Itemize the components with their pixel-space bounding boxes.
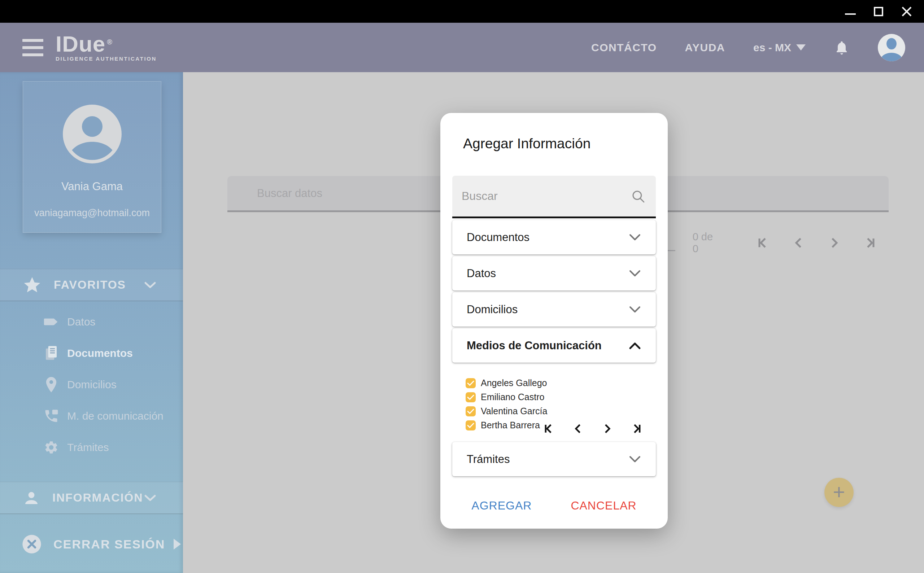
checkbox-checked-icon[interactable] [466,392,476,402]
window-close-button[interactable] [899,4,914,19]
contact-name: Valentina García [481,406,547,416]
documents-icon [43,345,59,361]
logo-subtitle: DILIGENCE AUTHENTICATION [56,56,157,62]
contact-name: Bertha Barrera [481,420,540,431]
contact-checklist: Angeles Gallego Emiliano Castro Valentin… [466,376,656,432]
chevron-down-icon [628,233,641,241]
profile-avatar-icon [62,104,122,164]
logo-title: IDue [56,31,105,56]
sidebar-item-domicilios[interactable]: Domicilios [0,369,183,400]
app-header: IDue® DILIGENCE AUTHENTICATION CONTÁCTO … [0,23,924,72]
accordion-documentos[interactable]: Documentos [452,220,656,254]
sidebar-item-label: Documentos [67,347,133,359]
chevron-down-icon [628,305,641,313]
sidebar-section-label: FAVORITOS [54,278,126,291]
location-pin-icon [43,376,59,393]
chevron-down-icon [143,281,157,290]
favorites-menu: Datos Documentos Domic [0,306,183,463]
avatar-person-icon [878,34,905,61]
minimize-icon [845,13,856,15]
accordion-tramites[interactable]: Trámites [452,442,656,476]
contact-name: Angeles Gallego [481,378,547,388]
sidebar-item-label: Datos [67,316,95,328]
contact-row[interactable]: Angeles Gallego [466,376,656,390]
close-icon [901,5,913,18]
window-minimize-button[interactable] [843,4,858,19]
sidebar-section-label: INFORMACIÓN [52,491,143,504]
hamburger-menu-button[interactable] [22,39,43,56]
sidebar-section-informacion[interactable]: INFORMACIÓN [0,482,183,514]
profile-name: Vania Gama [61,180,123,193]
next-page-button[interactable] [600,421,615,437]
chevron-down-icon [628,456,641,463]
gear-icon [43,440,59,455]
accordion-label: Documentos [467,231,529,244]
accordion-label: Datos [467,267,496,280]
next-page-button[interactable] [824,233,844,253]
sidebar-item-tramites[interactable]: Trámites [0,432,183,463]
star-icon [23,276,42,294]
user-avatar-button[interactable] [878,34,905,61]
sidebar-item-label: M. de comunicación [67,410,163,422]
dialog-title: Agregar Información [463,135,656,152]
last-page-button[interactable] [860,233,881,253]
agregar-button[interactable]: AGREGAR [465,496,538,515]
content-pagination: 0 de 0 [652,230,881,255]
sidebar-item-m-de-comunicacion[interactable]: M. de comunicación [0,400,183,432]
contact-row[interactable]: Valentina García [466,404,656,418]
caret-down-icon [796,44,806,50]
sidebar-item-label: Trámites [67,441,109,454]
dialog-search-input[interactable] [462,189,631,203]
pagination-range-label: 0 de 0 [693,231,717,255]
logout-button[interactable]: CERRAR SESIÓN [0,528,183,561]
search-icon [631,189,646,204]
logout-label: CERRAR SESIÓN [53,537,165,551]
checkbox-checked-icon[interactable] [466,378,476,388]
nav-ayuda[interactable]: AYUDA [685,41,725,54]
checklist-pagination [540,421,645,437]
chevron-down-icon [628,269,641,277]
bell-icon [834,39,850,56]
logo-registered-mark: ® [107,31,113,52]
dialog-search-bar[interactable] [452,176,656,218]
language-value: es - MX [753,41,791,54]
cancelar-button[interactable]: CANCELAR [564,496,643,515]
person-icon [23,489,40,507]
contact-name: Emiliano Castro [481,392,544,402]
accordion-label: Domicilios [467,303,518,316]
accordion-domicilios[interactable]: Domicilios [452,292,656,327]
previous-page-button[interactable] [788,233,808,253]
close-circle-icon [22,534,42,554]
accordion-medios-de-comunicacion[interactable]: Medios de Comunicación [452,328,656,363]
sidebar-item-label: Domicilios [67,379,117,391]
accordion-datos[interactable]: Datos [452,256,656,290]
first-page-button[interactable] [752,233,772,253]
agregar-informacion-dialog: Agregar Información Documentos Datos Dom… [440,113,668,529]
tag-icon [43,316,59,328]
previous-page-button[interactable] [570,421,586,437]
window-maximize-button[interactable] [871,4,886,19]
last-page-button[interactable] [629,421,645,437]
arrow-right-icon [174,539,181,550]
language-selector[interactable]: es - MX [753,41,806,54]
checkbox-checked-icon[interactable] [466,420,476,431]
chevron-down-icon [143,494,157,502]
checkbox-checked-icon[interactable] [466,406,476,416]
window-titlebar [0,0,924,23]
sidebar-section-favoritos[interactable]: FAVORITOS [0,269,183,301]
phone-icon [43,408,59,424]
contact-row[interactable]: Emiliano Castro [466,390,656,404]
accordion-label: Trámites [467,453,510,466]
app-logo: IDue® DILIGENCE AUTHENTICATION [56,34,157,62]
first-page-button[interactable] [540,421,556,437]
nav-contacto[interactable]: CONTÁCTO [591,41,656,54]
profile-email: vaniagamag@hotmail.com [34,207,150,219]
maximize-icon [874,7,883,16]
add-fab-button[interactable]: + [824,478,854,507]
notifications-button[interactable] [834,39,850,56]
plus-icon: + [833,481,845,502]
sidebar-item-datos[interactable]: Datos [0,306,183,337]
app-root: IDue® DILIGENCE AUTHENTICATION CONTÁCTO … [0,0,924,573]
profile-card: Vania Gama vaniagamag@hotmail.com [23,81,161,233]
sidebar-item-documentos[interactable]: Documentos [0,337,183,369]
